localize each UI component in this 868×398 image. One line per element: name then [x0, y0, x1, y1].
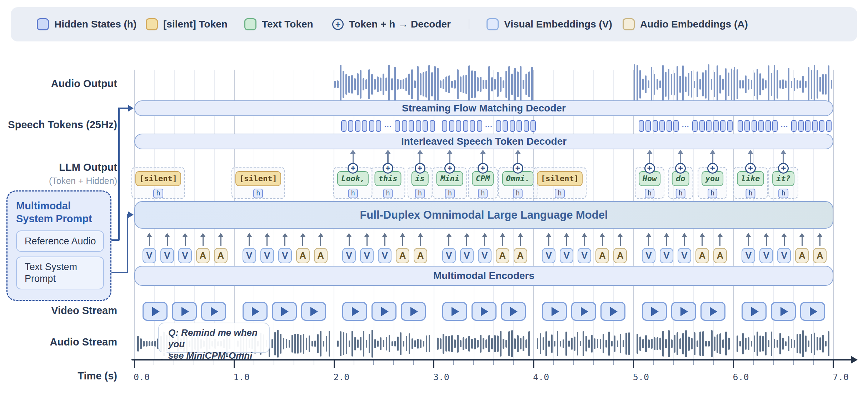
- audio-stream-waveform-bar: [682, 333, 684, 354]
- hidden-state-box: h: [383, 189, 393, 198]
- time-tick: [553, 360, 554, 365]
- question-bubble: Q: Remind me when you see MiniCPM-Omni: [158, 323, 270, 353]
- audio-stream-waveform-bar: [326, 336, 328, 352]
- audio-output-waveform-bar: [659, 80, 661, 88]
- embedding-arrow: [220, 237, 221, 246]
- audio-output-waveform-bar: [717, 65, 718, 104]
- silent-token: [silent]: [135, 171, 181, 186]
- speech-token-box: [423, 120, 428, 132]
- audio-embedding-box: A: [196, 248, 210, 263]
- audio-stream-waveform-bar: [674, 335, 675, 353]
- hidden-state-box: h: [513, 189, 523, 198]
- audio-output-waveform-bar: [348, 76, 350, 93]
- audio-stream-waveform-bar: [811, 334, 813, 353]
- embedding-arrowhead-icon: [264, 233, 270, 237]
- embedding-arrow: [784, 237, 785, 246]
- embedding-arrow: [420, 237, 421, 246]
- token-to-decoder-arrowhead-icon: [647, 150, 653, 154]
- audio-stream-waveform-bar: [357, 339, 359, 348]
- audio-stream-waveform-bar: [411, 338, 413, 349]
- audio-output-waveform-bar: [799, 80, 801, 89]
- audio-stream-waveform-bar: [697, 340, 698, 347]
- embedding-arrowhead-icon: [781, 233, 787, 237]
- audio-stream-waveform-bar: [608, 332, 610, 356]
- audio-stream-waveform-bar: [149, 341, 150, 347]
- audio-output-waveform-bar: [737, 69, 738, 99]
- text-prompt-connector-v: [127, 214, 128, 273]
- audio-stream-waveform-bar: [623, 340, 624, 347]
- legend-item: Text Token: [244, 7, 313, 41]
- audio-stream-waveform-bar: [705, 341, 707, 347]
- speech-token-box: [639, 120, 644, 132]
- audio-stream-waveform-bar: [291, 335, 293, 352]
- embedding-arrow: [249, 237, 250, 246]
- video-frame-box: [771, 302, 796, 321]
- audio-stream-waveform-bar: [514, 338, 516, 349]
- audio-output-waveform-bar: [825, 74, 827, 95]
- audio-stream-waveform-bar: [314, 340, 316, 347]
- embedding-arrowhead-icon: [446, 233, 452, 237]
- audio-stream-waveform-bar: [520, 338, 522, 349]
- video-frame-box: [642, 302, 667, 321]
- embedding-arrow: [366, 237, 368, 246]
- speech-token-box: [772, 120, 778, 132]
- audio-output-waveform-bar: [448, 75, 450, 93]
- time-tick-label: 3.0: [433, 372, 449, 382]
- visual-embedding-box: V: [342, 248, 356, 263]
- time-tick: [334, 360, 335, 368]
- embedding-arrowhead-icon: [546, 233, 552, 237]
- audio-embedding-box: A: [695, 248, 709, 263]
- plus-combine-icon: +: [415, 163, 425, 174]
- embedding-arrowhead-icon: [717, 233, 723, 237]
- audio-stream-waveform-bar: [748, 337, 750, 350]
- audio-output-waveform-bar: [485, 80, 487, 89]
- audio-stream-waveform-bar: [628, 332, 630, 355]
- audio-output-waveform-bar: [788, 68, 790, 100]
- play-icon: [751, 307, 759, 316]
- token-to-decoder-arrow: [482, 154, 484, 164]
- visual-embeddings-swatch: [487, 18, 499, 30]
- audio-stream-waveform-bar: [491, 338, 493, 349]
- token-to-decoder-arrow: [387, 154, 389, 164]
- audio-stream-waveform-bar: [777, 340, 778, 348]
- audio-output-waveform-bar: [765, 80, 767, 89]
- audio-stream-waveform-bar: [523, 336, 524, 351]
- speech-token-box: [727, 120, 733, 132]
- audio-stream-waveform-bar: [440, 338, 442, 349]
- play-icon: [252, 307, 259, 316]
- token-to-decoder-arrowhead-icon: [480, 150, 486, 154]
- video-frame-box: [442, 302, 467, 321]
- audio-embedding-box: A: [713, 248, 727, 263]
- hidden-state-box: h: [253, 189, 263, 198]
- audio-stream-waveform-bar: [745, 338, 747, 350]
- embedding-arrow: [402, 237, 403, 246]
- audio-stream-waveform-bar: [797, 334, 798, 353]
- audio-output-waveform-bar: [520, 66, 522, 103]
- audio-stream-waveform-bar: [151, 341, 153, 346]
- time-tick: [373, 360, 374, 365]
- hidden-state-box: h: [348, 189, 358, 198]
- audio-stream-waveform-bar: [417, 339, 419, 349]
- time-tick: [733, 360, 734, 368]
- audio-stream-waveform-bar: [594, 338, 596, 349]
- audio-stream-waveform-bar: [448, 336, 450, 352]
- time-tick: [294, 360, 294, 365]
- play-icon: [680, 307, 688, 316]
- audio-stream-waveform-bar: [460, 340, 462, 347]
- ellipsis-icon: ···: [682, 123, 689, 130]
- audio-output-waveform-bar: [403, 79, 404, 89]
- audio-stream-waveform-bar: [306, 338, 308, 350]
- time-tick: [274, 360, 274, 365]
- embedding-arrowhead-icon: [799, 233, 805, 237]
- time-tick: [314, 360, 314, 365]
- visual-embedding-box: V: [678, 248, 691, 263]
- audio-stream-waveform-bar: [511, 330, 513, 358]
- speech-token-box: [416, 120, 421, 132]
- ellipsis-icon: ···: [384, 123, 392, 130]
- question-bubble-tail: [161, 351, 168, 360]
- speech-token-box: [402, 120, 407, 132]
- speech-token-box: [376, 120, 381, 132]
- audio-stream-waveform-bar: [380, 337, 382, 350]
- audio-output-waveform-bar: [762, 78, 764, 90]
- time-tick: [813, 360, 814, 365]
